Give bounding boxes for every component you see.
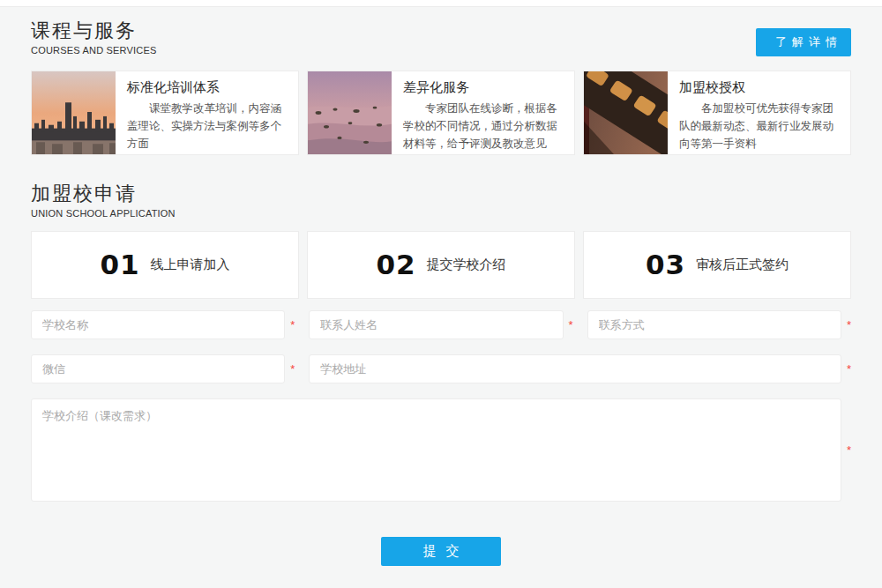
application-title-block: 加盟校申请 UNION SCHOOL APPLICATION <box>31 182 176 219</box>
required-marker: * <box>285 363 295 375</box>
course-card-differentiated-service: 差异化服务 专家团队在线诊断，根据各学校的不同情况，通过分析数据材料等，给予评测… <box>307 71 575 155</box>
required-marker: * <box>564 319 573 331</box>
step-card-1: 01 线上申请加入 <box>31 231 299 299</box>
contact-name-input[interactable] <box>309 310 563 339</box>
application-section-subtitle: UNION SCHOOL APPLICATION <box>31 208 176 219</box>
desert-dusk-image <box>308 71 392 154</box>
required-marker: * <box>841 363 851 375</box>
school-address-input[interactable] <box>309 354 841 383</box>
courses-section-title: 课程与服务 <box>31 19 157 43</box>
courses-title-block: 课程与服务 COURSES AND SERVICES <box>31 19 157 56</box>
submit-button[interactable]: 提交 <box>381 537 501 566</box>
wechat-input[interactable] <box>31 354 285 383</box>
step-label: 提交学校介绍 <box>427 257 506 273</box>
step-card-3: 03 审核后正式签约 <box>583 231 851 299</box>
card-title: 标准化培训体系 <box>127 79 287 96</box>
learn-more-button[interactable]: 了解详情 <box>756 28 851 56</box>
film-strip-image <box>584 71 668 154</box>
field-school-introduction: * <box>31 398 851 502</box>
course-cards-row: 标准化培训体系 课堂教学改革培训，内容涵盖理论、实操方法与案例等多个方面 <box>31 71 851 155</box>
city-sunset-skyline-image <box>32 71 116 154</box>
school-introduction-textarea[interactable] <box>31 398 841 502</box>
step-number: 03 <box>646 249 685 280</box>
field-contact-phone: * <box>587 310 851 339</box>
required-marker: * <box>285 319 295 331</box>
required-marker: * <box>841 319 851 331</box>
required-marker: * <box>841 444 851 456</box>
field-contact-name: * <box>309 310 572 339</box>
step-card-2: 02 提交学校介绍 <box>307 231 575 299</box>
top-divider <box>0 0 882 7</box>
field-school-name: * <box>31 310 295 339</box>
card-description: 课堂教学改革培训，内容涵盖理论、实操方法与案例等多个方面 <box>127 100 287 153</box>
courses-section-header: 课程与服务 COURSES AND SERVICES 了解详情 <box>31 19 851 56</box>
submit-row: 提交 <box>31 537 851 566</box>
application-section-header: 加盟校申请 UNION SCHOOL APPLICATION <box>31 182 851 219</box>
application-steps-row: 01 线上申请加入 02 提交学校介绍 03 审核后正式签约 <box>31 231 851 299</box>
course-card-standard-training: 标准化培训体系 课堂教学改革培训，内容涵盖理论、实操方法与案例等多个方面 <box>31 71 299 155</box>
step-number: 01 <box>100 249 139 280</box>
field-school-address: * <box>309 354 851 383</box>
step-number: 02 <box>376 249 415 280</box>
courses-section-subtitle: COURSES AND SERVICES <box>31 45 157 56</box>
card-description: 专家团队在线诊断，根据各学校的不同情况，通过分析数据材料等，给予评测及教改意见 <box>403 100 563 153</box>
course-card-franchise-authorization: 加盟校授权 各加盟校可优先获得专家团队的最新动态、最新行业发展动向等第一手资料 <box>583 71 851 155</box>
field-wechat: * <box>31 354 295 383</box>
application-form: * * * * * * <box>31 310 851 502</box>
card-text: 差异化服务 专家团队在线诊断，根据各学校的不同情况，通过分析数据材料等，给予评测… <box>392 71 574 154</box>
card-title: 加盟校授权 <box>679 79 839 96</box>
step-label: 线上申请加入 <box>151 257 230 273</box>
step-label: 审核后正式签约 <box>696 257 789 273</box>
school-name-input[interactable] <box>31 310 285 339</box>
card-title: 差异化服务 <box>403 79 563 96</box>
contact-phone-input[interactable] <box>587 310 841 339</box>
application-section-title: 加盟校申请 <box>31 182 176 206</box>
card-description: 各加盟校可优先获得专家团队的最新动态、最新行业发展动向等第一手资料 <box>679 100 839 153</box>
page: 课程与服务 COURSES AND SERVICES 了解详情 <box>0 19 882 566</box>
card-text: 加盟校授权 各加盟校可优先获得专家团队的最新动态、最新行业发展动向等第一手资料 <box>668 71 850 154</box>
card-text: 标准化培训体系 课堂教学改革培训，内容涵盖理论、实操方法与案例等多个方面 <box>116 71 298 154</box>
